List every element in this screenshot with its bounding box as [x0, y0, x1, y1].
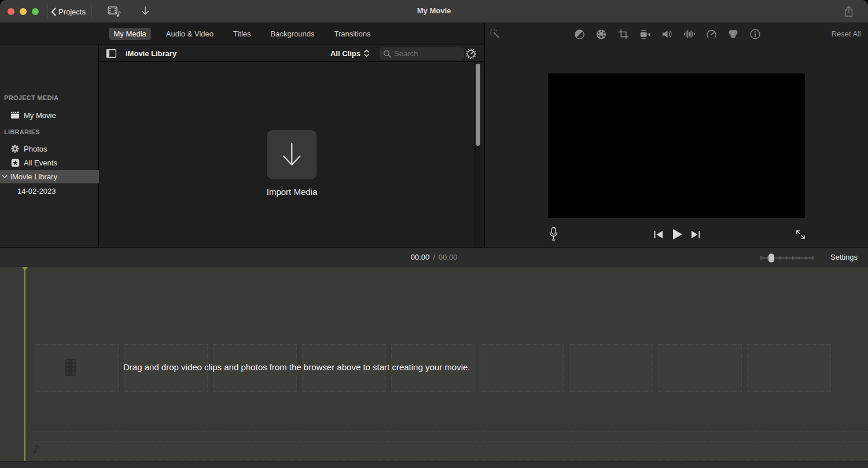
adjust-icons-group [573, 23, 762, 45]
scrollbar-thumb[interactable] [476, 64, 480, 146]
noise-reduction-icon[interactable] [683, 29, 696, 39]
clip-placeholder-slot [747, 344, 831, 392]
import-icon[interactable] [141, 6, 150, 17]
timeline-empty-message: Drag and drop video clips and photos fro… [123, 362, 470, 372]
stabilization-icon[interactable] [639, 29, 652, 40]
clip-filter-icon[interactable] [727, 28, 740, 40]
sidebar-item-imovie-library[interactable]: iMovie Library [0, 170, 99, 183]
voiceover-mic-icon[interactable] [549, 227, 558, 242]
star-events-icon [10, 159, 20, 167]
transport-controls [653, 229, 701, 240]
timeline-bottom-strip [0, 461, 868, 468]
skip-forward-icon[interactable] [691, 230, 701, 239]
play-icon[interactable] [671, 229, 683, 240]
sidebar-item-my-movie[interactable]: My Movie [0, 108, 99, 122]
sidebar-item-label: All Events [24, 159, 57, 167]
sidebar: PROJECT MEDIA My Movie LIBRARIES [0, 45, 99, 247]
audio-track-lane [28, 441, 868, 460]
chevron-left-icon [51, 8, 56, 16]
preview-pane: Reset All [484, 23, 868, 247]
minimize-window-button[interactable] [20, 8, 27, 15]
browser-title: iMovie Library [126, 49, 176, 58]
sidebar-item-label: Photos [24, 145, 47, 153]
playhead[interactable] [24, 267, 25, 461]
import-media: Import Media [267, 130, 318, 197]
info-icon[interactable] [749, 28, 762, 40]
sidebar-item-label: 14-02-2023 [17, 187, 56, 196]
photos-flower-icon [10, 144, 20, 153]
sidebar-item-label: iMovie Library [10, 172, 57, 181]
media-browser: iMovie Library All Clips [100, 45, 484, 247]
close-window-button[interactable] [8, 8, 14, 15]
time-separator: / [433, 253, 435, 261]
volume-icon[interactable] [661, 29, 674, 39]
color-balance-icon[interactable] [573, 28, 586, 40]
tab-my-media[interactable]: My Media [109, 28, 150, 40]
clapperboard-icon [10, 111, 20, 119]
libraries-header: LIBRARIES [4, 128, 40, 135]
project-media-header: PROJECT MEDIA [4, 94, 58, 101]
music-note-icon [32, 444, 40, 454]
sidebar-item-event-date[interactable]: 14-02-2023 [0, 184, 99, 198]
sidebar-item-label: My Movie [24, 111, 56, 120]
toolbar-divider [47, 5, 48, 19]
sidebar-toggle-icon[interactable] [106, 49, 116, 58]
total-duration: 00:00 [439, 253, 458, 261]
audio-guide-line [28, 431, 868, 432]
media-browser-icon[interactable] [108, 6, 122, 17]
adjust-toolbar: Reset All [485, 23, 868, 45]
color-correction-icon[interactable] [595, 28, 608, 40]
auto-enhance-icon[interactable] [490, 28, 501, 40]
updown-chevrons-icon [363, 49, 370, 58]
zoom-window-button[interactable] [32, 8, 39, 15]
filmstrip-icon [65, 358, 76, 377]
search-icon [383, 50, 391, 58]
search-input[interactable] [394, 49, 461, 58]
import-media-label: Import Media [267, 187, 318, 197]
import-arrow-icon [279, 141, 304, 169]
crop-icon[interactable] [617, 29, 630, 40]
timeline-settings-button[interactable]: Settings [830, 253, 858, 261]
chevron-down-icon[interactable] [2, 175, 8, 179]
tab-transitions[interactable]: Transitions [329, 28, 375, 40]
import-media-button[interactable] [267, 130, 317, 179]
time-display: 00:00 / 00:00 [411, 253, 458, 261]
imovie-window: Projects My Movie My Media [0, 0, 868, 468]
browser-header: iMovie Library All Clips [100, 45, 484, 62]
title-bar: Projects My Movie [0, 0, 868, 23]
tab-titles[interactable]: Titles [229, 28, 256, 40]
clip-placeholder-slot [658, 344, 742, 392]
tab-backgrounds[interactable]: Backgrounds [266, 28, 319, 40]
reset-all-button[interactable]: Reset All [832, 30, 861, 38]
speed-icon[interactable] [705, 28, 718, 40]
playback-controls [485, 224, 868, 247]
window-title: My Movie [417, 6, 451, 15]
fullscreen-icon[interactable] [795, 229, 806, 240]
clip-placeholder-slot [35, 344, 119, 392]
back-to-projects-button[interactable]: Projects [51, 5, 86, 18]
timeline[interactable]: Drag and drop video clips and photos fro… [0, 267, 868, 468]
timeline-zoom-slider[interactable] [760, 253, 814, 263]
clips-filter-value: All Clips [330, 49, 361, 58]
search-box[interactable] [380, 47, 464, 60]
media-tabs: My Media Audio & Video Titles Background… [0, 23, 484, 45]
toolbar-divider [91, 5, 92, 19]
timeline-toolbar: 00:00 / 00:00 Settings [0, 247, 868, 267]
browser-body: Import Media [100, 62, 484, 247]
sidebar-item-all-events[interactable]: All Events [0, 156, 99, 169]
clip-placeholder-slot [569, 344, 653, 392]
video-viewer[interactable] [548, 73, 805, 218]
sidebar-item-photos[interactable]: Photos [0, 142, 99, 156]
back-button-label: Projects [58, 8, 86, 16]
clip-appearance-settings-icon[interactable] [465, 48, 477, 60]
tab-audio-video[interactable]: Audio & Video [161, 28, 218, 40]
current-time: 00:00 [411, 253, 430, 261]
clips-filter-dropdown[interactable]: All Clips [330, 49, 370, 58]
clip-placeholder-slot [480, 344, 564, 392]
skip-back-icon[interactable] [653, 230, 663, 239]
share-icon[interactable] [844, 5, 854, 17]
